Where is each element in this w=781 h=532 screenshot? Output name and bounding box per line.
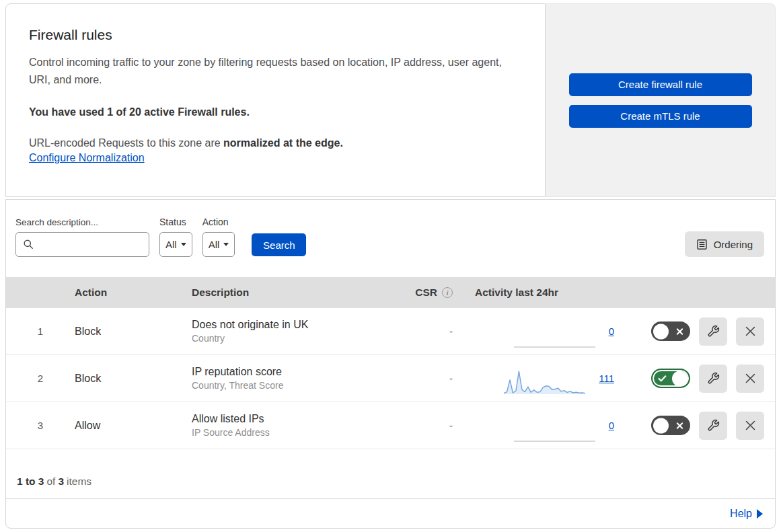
status-filter-dropdown[interactable]: All — [159, 232, 192, 257]
table-header: Action Description CSR Activity last 24h… — [6, 277, 775, 308]
col-description-header: Description — [192, 287, 386, 299]
footer-total: 3 — [58, 476, 64, 488]
rule-action: Allow — [75, 420, 192, 432]
delete-rule-button[interactable] — [736, 412, 764, 440]
col-activity-header: Activity last 24hr — [458, 287, 618, 299]
edit-rule-button[interactable] — [699, 412, 727, 440]
top-section: Firewall rules Control incoming traffic … — [5, 3, 776, 197]
enable-toggle[interactable] — [651, 321, 690, 341]
create-firewall-rule-button[interactable]: Create firewall rule — [569, 73, 752, 96]
normalization-bold: normalized at the edge. — [223, 137, 343, 149]
page-description: Control incoming traffic to your zone by… — [29, 54, 508, 89]
configure-normalization-link[interactable]: Configure Normalization — [29, 152, 145, 163]
rule-csr-value: - — [386, 373, 458, 384]
rule-fields: Country, Threat Score — [192, 380, 386, 391]
rule-description[interactable]: Does not originate in UK — [192, 319, 386, 331]
arrow-right-icon — [757, 509, 763, 519]
search-button[interactable]: Search — [252, 233, 306, 256]
rule-action: Block — [75, 326, 192, 338]
footer-items: items — [67, 476, 91, 488]
rule-description-cell: Allow listed IPs IP Source Address — [192, 413, 386, 438]
check-icon — [658, 375, 667, 382]
rule-activity-cell: 111 — [458, 364, 618, 393]
toggle-knob — [672, 371, 687, 386]
col-action-header: Action — [75, 287, 192, 299]
status-filter-value: All — [165, 239, 177, 250]
activity-sparkline — [513, 414, 597, 444]
rule-activity-cell: 0 — [458, 317, 618, 346]
toggle-knob — [653, 418, 669, 433]
enable-toggle[interactable] — [651, 416, 690, 435]
status-filter-group: Status All — [159, 217, 192, 257]
normalization-prefix: URL-encoded Requests to this zone are — [29, 137, 223, 149]
help-link-label: Help — [730, 508, 752, 520]
table-row: 3 Allow Allow listed IPs IP Source Addre… — [6, 402, 775, 449]
col-csr-header: CSR — [386, 287, 458, 299]
create-mtls-rule-button[interactable]: Create mTLS rule — [569, 105, 752, 128]
rule-controls — [618, 317, 775, 346]
chevron-down-icon — [223, 243, 229, 246]
edit-rule-button[interactable] — [699, 317, 727, 346]
chevron-down-icon — [181, 243, 186, 246]
enable-toggle[interactable] — [651, 369, 690, 388]
close-icon — [745, 326, 756, 337]
footer-range: 1 to 3 — [17, 476, 44, 488]
delete-rule-button[interactable] — [736, 317, 764, 346]
close-icon — [745, 373, 756, 384]
delete-rule-button[interactable] — [736, 365, 764, 393]
rule-priority: 2 — [6, 373, 75, 384]
activity-sparkline — [513, 320, 597, 350]
action-filter-dropdown[interactable]: All — [202, 232, 235, 257]
list-document-icon — [696, 239, 708, 250]
filter-bar: Search description... Status All Action … — [6, 200, 775, 277]
rule-controls — [618, 365, 775, 393]
rule-description[interactable]: Allow listed IPs — [192, 413, 386, 425]
table-row: 1 Block Does not originate in UK Country… — [6, 308, 775, 355]
csr-header-label: CSR — [415, 287, 437, 299]
rule-activity-cell: 0 — [458, 411, 618, 441]
cta-panel: Create firewall rule Create mTLS rule — [546, 3, 776, 197]
rule-description[interactable]: IP reputation score — [192, 366, 386, 378]
rule-description-cell: IP reputation score Country, Threat Scor… — [192, 366, 386, 391]
rule-fields: IP Source Address — [192, 427, 386, 438]
rule-csr-value: - — [386, 326, 458, 337]
rule-controls — [618, 412, 775, 440]
help-link[interactable]: Help — [730, 508, 763, 520]
status-filter-label: Status — [159, 217, 192, 227]
action-filter-value: All — [209, 239, 220, 250]
rule-priority: 3 — [6, 420, 75, 431]
intro-card: Firewall rules Control incoming traffic … — [5, 3, 546, 197]
search-label: Search description... — [15, 217, 149, 227]
footer-of: of — [46, 476, 55, 488]
ordering-button-label: Ordering — [714, 239, 753, 250]
wrench-icon — [707, 325, 720, 338]
wrench-icon — [707, 419, 720, 432]
edit-rule-button[interactable] — [699, 365, 727, 393]
rule-priority: 1 — [6, 326, 75, 337]
usage-text: You have used 1 of 20 active Firewall ru… — [29, 106, 522, 118]
rule-description-cell: Does not originate in UK Country — [192, 319, 386, 344]
rules-card: Search description... Status All Action … — [5, 199, 776, 529]
ordering-button[interactable]: Ordering — [685, 231, 764, 257]
page-title: Firewall rules — [29, 27, 522, 43]
activity-count-link[interactable]: 111 — [599, 373, 614, 384]
activity-count-link[interactable]: 0 — [609, 326, 614, 337]
wrench-icon — [707, 372, 720, 385]
help-bar: Help — [6, 498, 775, 528]
table-body: 1 Block Does not originate in UK Country… — [6, 308, 775, 449]
rule-fields: Country — [192, 333, 386, 344]
table-row: 2 Block IP reputation score Country, Thr… — [6, 355, 775, 402]
rule-action: Block — [75, 373, 192, 385]
table-footer: 1 to 3 of 3 items — [6, 449, 775, 498]
cross-icon — [676, 328, 683, 335]
search-input[interactable] — [15, 232, 149, 257]
toggle-knob — [653, 324, 669, 339]
search-box — [15, 232, 149, 257]
cross-icon — [676, 422, 683, 429]
close-icon — [745, 420, 756, 431]
rule-csr-value: - — [386, 420, 458, 431]
activity-count-link[interactable]: 0 — [609, 420, 614, 431]
action-filter-group: Action All — [202, 217, 235, 257]
search-group: Search description... — [15, 217, 149, 257]
info-icon[interactable] — [442, 287, 453, 298]
